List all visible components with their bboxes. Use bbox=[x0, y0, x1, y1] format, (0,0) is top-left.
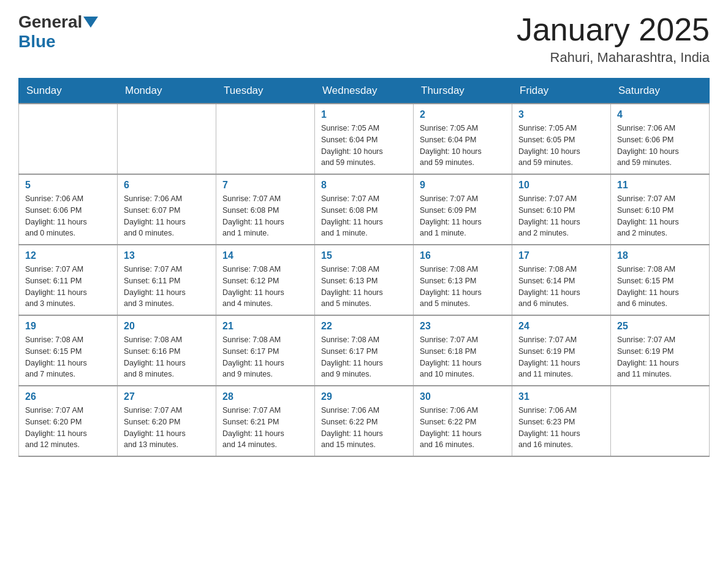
day-number: 8 bbox=[321, 180, 407, 191]
day-info: Sunrise: 7:08 AM Sunset: 6:16 PM Dayligh… bbox=[124, 334, 210, 380]
day-number: 28 bbox=[222, 391, 308, 402]
calendar-cell: 6Sunrise: 7:06 AM Sunset: 6:07 PM Daylig… bbox=[118, 174, 216, 245]
day-number: 11 bbox=[617, 180, 703, 191]
day-number: 5 bbox=[25, 180, 111, 191]
calendar-cell: 5Sunrise: 7:06 AM Sunset: 6:06 PM Daylig… bbox=[19, 174, 118, 245]
day-number: 25 bbox=[617, 321, 703, 332]
day-info: Sunrise: 7:08 AM Sunset: 6:17 PM Dayligh… bbox=[222, 334, 308, 380]
day-info: Sunrise: 7:05 AM Sunset: 6:05 PM Dayligh… bbox=[518, 123, 604, 169]
column-header-monday: Monday bbox=[118, 79, 216, 104]
day-number: 14 bbox=[222, 250, 308, 261]
day-info: Sunrise: 7:08 AM Sunset: 6:17 PM Dayligh… bbox=[321, 334, 407, 380]
day-info: Sunrise: 7:08 AM Sunset: 6:13 PM Dayligh… bbox=[420, 264, 506, 310]
day-info: Sunrise: 7:08 AM Sunset: 6:13 PM Dayligh… bbox=[321, 264, 407, 310]
day-info: Sunrise: 7:08 AM Sunset: 6:15 PM Dayligh… bbox=[25, 334, 111, 380]
day-number: 18 bbox=[617, 250, 703, 261]
day-info: Sunrise: 7:06 AM Sunset: 6:07 PM Dayligh… bbox=[124, 193, 210, 239]
calendar-cell: 14Sunrise: 7:08 AM Sunset: 6:12 PM Dayli… bbox=[216, 245, 315, 315]
day-number: 13 bbox=[124, 250, 210, 261]
calendar-cell: 16Sunrise: 7:08 AM Sunset: 6:13 PM Dayli… bbox=[414, 245, 512, 315]
day-info: Sunrise: 7:07 AM Sunset: 6:10 PM Dayligh… bbox=[518, 193, 604, 239]
day-info: Sunrise: 7:06 AM Sunset: 6:22 PM Dayligh… bbox=[321, 405, 407, 451]
day-number: 30 bbox=[420, 391, 506, 402]
calendar-week-1: 1Sunrise: 7:05 AM Sunset: 6:04 PM Daylig… bbox=[19, 104, 710, 174]
calendar-cell: 1Sunrise: 7:05 AM Sunset: 6:04 PM Daylig… bbox=[315, 104, 414, 174]
calendar-cell: 30Sunrise: 7:06 AM Sunset: 6:22 PM Dayli… bbox=[414, 386, 512, 456]
day-number: 7 bbox=[222, 180, 308, 191]
day-info: Sunrise: 7:05 AM Sunset: 6:04 PM Dayligh… bbox=[321, 123, 407, 169]
day-info: Sunrise: 7:06 AM Sunset: 6:06 PM Dayligh… bbox=[617, 123, 703, 169]
column-header-tuesday: Tuesday bbox=[216, 79, 315, 104]
logo-triangle-icon bbox=[83, 17, 98, 28]
day-info: Sunrise: 7:07 AM Sunset: 6:19 PM Dayligh… bbox=[518, 334, 604, 380]
day-number: 10 bbox=[518, 180, 604, 191]
day-number: 26 bbox=[25, 391, 111, 402]
calendar-cell: 31Sunrise: 7:06 AM Sunset: 6:23 PM Dayli… bbox=[512, 386, 611, 456]
day-info: Sunrise: 7:07 AM Sunset: 6:21 PM Dayligh… bbox=[222, 405, 308, 451]
day-info: Sunrise: 7:06 AM Sunset: 6:22 PM Dayligh… bbox=[420, 405, 506, 451]
day-info: Sunrise: 7:08 AM Sunset: 6:12 PM Dayligh… bbox=[222, 264, 308, 310]
day-info: Sunrise: 7:07 AM Sunset: 6:08 PM Dayligh… bbox=[222, 193, 308, 239]
day-number: 16 bbox=[420, 250, 506, 261]
column-header-sunday: Sunday bbox=[19, 79, 118, 104]
calendar-header-row: SundayMondayTuesdayWednesdayThursdayFrid… bbox=[19, 79, 710, 104]
calendar-cell: 3Sunrise: 7:05 AM Sunset: 6:05 PM Daylig… bbox=[512, 104, 611, 174]
month-title: January 2025 bbox=[517, 12, 710, 47]
day-info: Sunrise: 7:06 AM Sunset: 6:06 PM Dayligh… bbox=[25, 193, 111, 239]
column-header-friday: Friday bbox=[512, 79, 611, 104]
day-number: 24 bbox=[518, 321, 604, 332]
calendar-cell: 29Sunrise: 7:06 AM Sunset: 6:22 PM Dayli… bbox=[315, 386, 414, 456]
calendar-cell: 28Sunrise: 7:07 AM Sunset: 6:21 PM Dayli… bbox=[216, 386, 315, 456]
calendar-cell: 24Sunrise: 7:07 AM Sunset: 6:19 PM Dayli… bbox=[512, 315, 611, 386]
day-info: Sunrise: 7:07 AM Sunset: 6:08 PM Dayligh… bbox=[321, 193, 407, 239]
logo-general: General bbox=[18, 12, 82, 32]
day-number: 20 bbox=[124, 321, 210, 332]
day-number: 1 bbox=[321, 109, 407, 120]
day-info: Sunrise: 7:07 AM Sunset: 6:10 PM Dayligh… bbox=[617, 193, 703, 239]
calendar-cell bbox=[611, 386, 710, 456]
day-number: 3 bbox=[518, 109, 604, 120]
day-info: Sunrise: 7:06 AM Sunset: 6:23 PM Dayligh… bbox=[518, 405, 604, 451]
day-number: 23 bbox=[420, 321, 506, 332]
column-header-wednesday: Wednesday bbox=[315, 79, 414, 104]
calendar-cell: 27Sunrise: 7:07 AM Sunset: 6:20 PM Dayli… bbox=[118, 386, 216, 456]
title-section: January 2025 Rahuri, Maharashtra, India bbox=[517, 12, 710, 66]
calendar-cell: 15Sunrise: 7:08 AM Sunset: 6:13 PM Dayli… bbox=[315, 245, 414, 315]
day-number: 12 bbox=[25, 250, 111, 261]
day-info: Sunrise: 7:07 AM Sunset: 6:09 PM Dayligh… bbox=[420, 193, 506, 239]
day-number: 21 bbox=[222, 321, 308, 332]
page-header: General Blue January 2025 Rahuri, Mahara… bbox=[18, 12, 710, 66]
calendar-cell: 19Sunrise: 7:08 AM Sunset: 6:15 PM Dayli… bbox=[19, 315, 118, 386]
calendar-week-2: 5Sunrise: 7:06 AM Sunset: 6:06 PM Daylig… bbox=[19, 174, 710, 245]
calendar-cell: 22Sunrise: 7:08 AM Sunset: 6:17 PM Dayli… bbox=[315, 315, 414, 386]
calendar-cell: 26Sunrise: 7:07 AM Sunset: 6:20 PM Dayli… bbox=[19, 386, 118, 456]
calendar-cell: 12Sunrise: 7:07 AM Sunset: 6:11 PM Dayli… bbox=[19, 245, 118, 315]
day-info: Sunrise: 7:07 AM Sunset: 6:20 PM Dayligh… bbox=[124, 405, 210, 451]
day-number: 15 bbox=[321, 250, 407, 261]
calendar-week-3: 12Sunrise: 7:07 AM Sunset: 6:11 PM Dayli… bbox=[19, 245, 710, 315]
calendar-table: SundayMondayTuesdayWednesdayThursdayFrid… bbox=[18, 78, 710, 457]
calendar-cell: 9Sunrise: 7:07 AM Sunset: 6:09 PM Daylig… bbox=[414, 174, 512, 245]
logo-text: General bbox=[18, 12, 99, 32]
day-number: 4 bbox=[617, 109, 703, 120]
day-number: 29 bbox=[321, 391, 407, 402]
calendar-cell: 23Sunrise: 7:07 AM Sunset: 6:18 PM Dayli… bbox=[414, 315, 512, 386]
calendar-cell bbox=[216, 104, 315, 174]
calendar-cell bbox=[19, 104, 118, 174]
calendar-cell: 17Sunrise: 7:08 AM Sunset: 6:14 PM Dayli… bbox=[512, 245, 611, 315]
day-number: 19 bbox=[25, 321, 111, 332]
calendar-cell: 2Sunrise: 7:05 AM Sunset: 6:04 PM Daylig… bbox=[414, 104, 512, 174]
day-info: Sunrise: 7:05 AM Sunset: 6:04 PM Dayligh… bbox=[420, 123, 506, 169]
day-info: Sunrise: 7:07 AM Sunset: 6:19 PM Dayligh… bbox=[617, 334, 703, 380]
calendar-cell: 21Sunrise: 7:08 AM Sunset: 6:17 PM Dayli… bbox=[216, 315, 315, 386]
column-header-saturday: Saturday bbox=[611, 79, 710, 104]
calendar-week-5: 26Sunrise: 7:07 AM Sunset: 6:20 PM Dayli… bbox=[19, 386, 710, 456]
calendar-cell: 11Sunrise: 7:07 AM Sunset: 6:10 PM Dayli… bbox=[611, 174, 710, 245]
calendar-cell: 20Sunrise: 7:08 AM Sunset: 6:16 PM Dayli… bbox=[118, 315, 216, 386]
day-number: 9 bbox=[420, 180, 506, 191]
calendar-cell: 8Sunrise: 7:07 AM Sunset: 6:08 PM Daylig… bbox=[315, 174, 414, 245]
logo-blue: Blue bbox=[18, 32, 56, 52]
day-number: 27 bbox=[124, 391, 210, 402]
day-info: Sunrise: 7:08 AM Sunset: 6:15 PM Dayligh… bbox=[617, 264, 703, 310]
day-number: 31 bbox=[518, 391, 604, 402]
